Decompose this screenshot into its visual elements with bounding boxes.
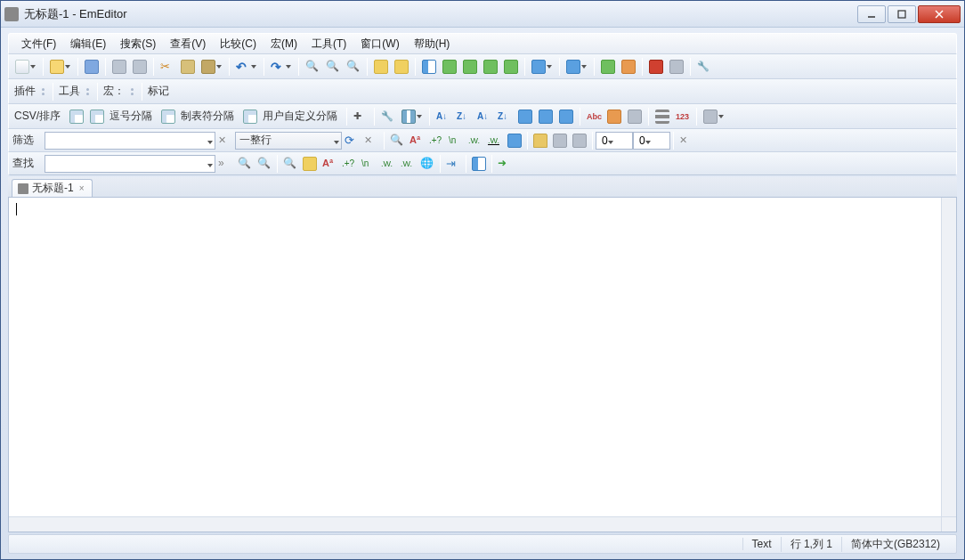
filter-regex-button[interactable]	[426, 131, 446, 150]
filter-whole-word-button[interactable]	[466, 131, 485, 150]
csv-navigate-button[interactable]	[351, 107, 370, 126]
menu-window[interactable]: 窗口(W)	[353, 35, 406, 53]
copy-button[interactable]	[178, 57, 198, 77]
sort-za-button[interactable]	[454, 107, 474, 126]
view-panel1-button[interactable]	[460, 57, 480, 77]
find-symbol-button[interactable]	[469, 154, 489, 174]
sort-az-button[interactable]	[434, 107, 453, 126]
find-count-button[interactable]	[418, 154, 437, 174]
find-prev-button[interactable]	[235, 154, 255, 174]
customize-button[interactable]	[598, 57, 618, 77]
filter-lines-below[interactable]: 0	[633, 132, 670, 150]
minimize-button[interactable]	[857, 5, 886, 23]
run-macro-button[interactable]	[667, 57, 686, 77]
csv-tab-button[interactable]	[158, 107, 178, 126]
large-file-button[interactable]	[371, 57, 391, 77]
document-tab[interactable]: 无标题-1 ×	[12, 179, 93, 197]
plugins-button[interactable]	[619, 57, 638, 77]
filter-escape-button[interactable]	[446, 131, 466, 150]
sort-num-desc-button[interactable]	[495, 107, 515, 126]
open-button[interactable]	[47, 57, 74, 77]
status-position[interactable]: 行 1,列 1	[781, 537, 841, 552]
menu-view[interactable]: 查看(V)	[163, 35, 213, 53]
csv-comma-button[interactable]	[87, 107, 107, 126]
replace-button[interactable]	[323, 57, 343, 77]
view-panel2-button[interactable]	[481, 57, 500, 77]
paste-button[interactable]	[199, 57, 225, 77]
status-encoding[interactable]: 简体中文(GB2312)	[841, 537, 949, 552]
undo-button[interactable]	[233, 57, 260, 77]
find-in-files-button[interactable]	[344, 57, 363, 77]
menu-macro[interactable]: 宏(M)	[264, 35, 304, 53]
maximize-button[interactable]	[888, 5, 916, 23]
titlebar[interactable]: 无标题-1 - EmEditor	[1, 1, 964, 28]
wrench-button[interactable]	[694, 57, 714, 77]
filter-column-select[interactable]: 一整行	[235, 132, 342, 150]
close-button[interactable]	[918, 5, 961, 23]
csv-columns-button[interactable]	[399, 107, 426, 126]
view-panel3-button[interactable]	[501, 57, 521, 77]
toolbar-handle[interactable]	[131, 83, 136, 101]
filter-lines-above[interactable]: 0	[596, 132, 633, 150]
toggle-heading-button[interactable]	[604, 107, 624, 126]
find-button[interactable]	[303, 57, 322, 77]
sort-multi-button[interactable]	[556, 107, 576, 126]
horizontal-scrollbar[interactable]	[9, 516, 941, 532]
filter-whole-string-button[interactable]	[485, 131, 505, 150]
status-mode[interactable]: Text	[742, 538, 781, 550]
toolbar-handle[interactable]	[86, 83, 92, 101]
find-next-button[interactable]	[255, 154, 274, 174]
filter-bookmark-button[interactable]	[505, 131, 524, 150]
csv-user-label[interactable]: 用户自定义分隔	[261, 109, 343, 124]
config-button[interactable]	[564, 57, 590, 77]
find-highlight-button[interactable]	[300, 154, 320, 174]
line-num-button[interactable]	[653, 107, 672, 126]
menu-search[interactable]: 搜索(S)	[113, 35, 163, 53]
sort-len-asc-button[interactable]	[515, 107, 535, 126]
menu-edit[interactable]: 编辑(E)	[63, 35, 113, 53]
filter-refresh-button[interactable]	[342, 131, 361, 150]
filter-close-button[interactable]	[677, 131, 696, 150]
csv-extra-button[interactable]	[701, 107, 727, 126]
vertical-scrollbar[interactable]	[941, 198, 956, 516]
delete-dup-button[interactable]	[584, 107, 604, 126]
ruler-button[interactable]	[673, 107, 693, 126]
properties-button[interactable]	[529, 57, 555, 77]
filter-input[interactable]	[45, 132, 215, 150]
menu-file[interactable]: 文件(F)	[14, 35, 63, 53]
menu-compare[interactable]: 比较(C)	[213, 35, 264, 53]
filter-block-button[interactable]	[531, 131, 550, 150]
filter-advanced-button[interactable]	[570, 131, 589, 150]
find-case-button[interactable]	[320, 154, 339, 174]
filter-negative-button[interactable]	[361, 131, 381, 150]
find-escape-button[interactable]	[359, 154, 378, 174]
csv-convert-button[interactable]	[625, 107, 645, 126]
new-button[interactable]	[12, 57, 39, 77]
csv-tab-label[interactable]: 制表符分隔	[179, 109, 239, 124]
redo-button[interactable]	[268, 57, 295, 77]
filter-abort-button[interactable]	[215, 131, 235, 150]
find-wrap-button[interactable]	[398, 154, 418, 174]
filter-case-button[interactable]	[407, 131, 426, 150]
find-advanced-button[interactable]	[443, 154, 463, 174]
menu-tools[interactable]: 工具(T)	[304, 35, 353, 53]
sort-num-asc-button[interactable]	[474, 107, 494, 126]
filter-extract-button[interactable]	[550, 131, 570, 150]
wrap-button[interactable]	[392, 57, 411, 77]
find-close-button[interactable]	[495, 154, 515, 174]
csv-user-button[interactable]	[240, 107, 260, 126]
split-v-button[interactable]	[440, 57, 459, 77]
menu-help[interactable]: 帮助(H)	[407, 35, 458, 53]
find-regex-button[interactable]	[339, 154, 359, 174]
find-whole-word-button[interactable]	[378, 154, 398, 174]
split-h-button[interactable]	[419, 57, 439, 77]
sort-len-desc-button[interactable]	[536, 107, 555, 126]
editor-area[interactable]	[8, 197, 957, 532]
csv-adjust-button[interactable]	[378, 107, 398, 126]
filter-incremental-button[interactable]	[387, 131, 407, 150]
find-go-button[interactable]	[215, 154, 235, 174]
tab-close-button[interactable]: ×	[77, 184, 86, 193]
csv-comma-label[interactable]: 逗号分隔	[108, 109, 158, 124]
find-input[interactable]	[45, 155, 215, 173]
toolbar-handle[interactable]	[42, 83, 47, 101]
